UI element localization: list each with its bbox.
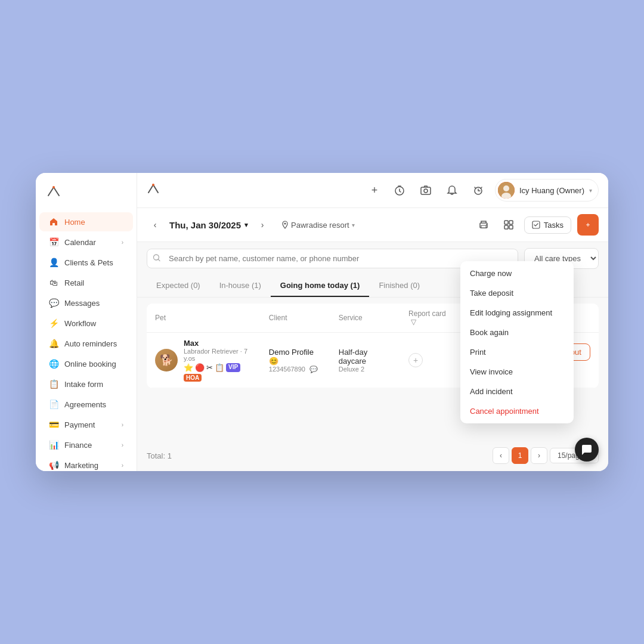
- client-phone: 1234567890 💬: [269, 366, 322, 373]
- sidebar-item-intake-form[interactable]: 📋 Intake form: [39, 374, 133, 394]
- menu-item-book-again[interactable]: Book again: [460, 323, 574, 342]
- menu-item-charge-now[interactable]: Charge now: [460, 264, 574, 283]
- chevron-down-icon: ›: [122, 239, 123, 246]
- service-name: Half-day daycare: [339, 348, 392, 366]
- date-chevron-icon: ▾: [244, 221, 248, 229]
- sidebar-item-agreements-label: Agreements: [64, 400, 106, 409]
- messages-icon: 💬: [49, 298, 58, 308]
- booking-icon: 🌐: [49, 359, 58, 369]
- sidebar-item-clients-label: Clients & Pets: [64, 258, 113, 267]
- chat-bubble[interactable]: [575, 438, 599, 462]
- col-client: Client: [261, 304, 330, 333]
- top-nav: +: [137, 173, 608, 208]
- pet-icon-note: 📋: [215, 363, 224, 372]
- grid-view-button[interactable]: [499, 215, 518, 234]
- user-badge[interactable]: Icy Huang (Owner) ▾: [495, 179, 599, 202]
- menu-item-add-incident[interactable]: Add incident: [460, 382, 574, 401]
- svg-rect-15: [504, 225, 508, 229]
- prev-date-button[interactable]: ‹: [147, 216, 163, 233]
- pet-icon-alert: 🔴: [195, 363, 205, 372]
- menu-item-edit-lodging[interactable]: Edit lodging assignment: [460, 303, 574, 323]
- alarm-button[interactable]: [469, 181, 488, 200]
- sidebar-item-intake-label: Intake form: [64, 380, 103, 389]
- date-bar: ‹ Thu, Jan 30/2025 ▾ › Pawradise resort …: [137, 208, 608, 242]
- menu-item-take-deposit[interactable]: Take deposit: [460, 283, 574, 303]
- report-card-filter-icon[interactable]: ▽: [411, 318, 416, 326]
- user-avatar: [498, 182, 515, 199]
- add-report-card-button[interactable]: +: [408, 353, 423, 367]
- sidebar-item-messages[interactable]: 💬 Messages: [39, 293, 133, 312]
- sidebar-item-retail-label: Retail: [64, 278, 84, 287]
- sidebar-item-calendar[interactable]: 📅 Calendar ›: [39, 233, 133, 252]
- pet-name: Max: [184, 339, 252, 348]
- pet-icons: ⭐ 🔴 ✂ 📋 VIP HOA: [184, 363, 252, 382]
- sidebar-item-payment-label: Payment: [64, 420, 95, 429]
- user-chevron-icon: ▾: [589, 187, 592, 194]
- tab-in-house[interactable]: In-house (1): [210, 275, 271, 297]
- add-button[interactable]: +: [366, 182, 383, 199]
- print-button[interactable]: [474, 215, 493, 234]
- menu-item-view-invoice[interactable]: View invoice: [460, 362, 574, 382]
- location-chevron-icon: ▾: [352, 222, 355, 228]
- next-page-button[interactable]: ›: [531, 447, 547, 464]
- svg-point-12: [486, 224, 487, 225]
- col-service: Service: [330, 304, 400, 333]
- sidebar-item-calendar-label: Calendar: [64, 238, 96, 247]
- sidebar-item-clients-pets[interactable]: 👤 Clients & Pets: [39, 253, 133, 272]
- svg-rect-13: [504, 221, 508, 224]
- pet-icon-scissors: ✂: [206, 363, 213, 372]
- calendar-icon: 📅: [49, 237, 58, 247]
- orange-action-button[interactable]: [577, 214, 599, 236]
- search-icon: [153, 253, 161, 264]
- reminders-icon: 🔔: [49, 339, 58, 348]
- sidebar-item-marketing[interactable]: 📢 Marketing ›: [39, 456, 133, 471]
- service-sub: Deluxe 2: [339, 366, 392, 373]
- svg-point-4: [424, 189, 428, 193]
- sidebar-item-retail[interactable]: 🛍 Retail: [39, 273, 133, 292]
- sidebar-item-online-booking[interactable]: 🌐 Online booking: [39, 354, 133, 373]
- sidebar-item-booking-label: Online booking: [64, 360, 116, 369]
- pet-breed: Labrador Retriever · 7 y.os: [184, 348, 252, 362]
- sidebar-item-finance[interactable]: 📊 Finance ›: [39, 435, 133, 454]
- home-icon: [49, 217, 58, 227]
- date-label[interactable]: Thu, Jan 30/2025 ▾: [169, 220, 248, 230]
- tasks-button[interactable]: Tasks: [524, 216, 571, 234]
- tab-going-home[interactable]: Going home today (1): [271, 275, 370, 297]
- sidebar-logo: [36, 180, 137, 212]
- tab-finished[interactable]: Finished (0): [369, 275, 429, 297]
- notification-button[interactable]: [442, 181, 462, 200]
- service-cell: Half-day daycare Deluxe 2: [330, 333, 400, 388]
- tag-purple: VIP: [226, 363, 240, 372]
- menu-item-cancel-appointment[interactable]: Cancel appointment: [460, 401, 574, 421]
- sidebar-item-workflow-label: Workflow: [64, 319, 96, 328]
- svg-point-1: [152, 184, 154, 186]
- finance-icon: 📊: [49, 440, 58, 450]
- sidebar-item-agreements[interactable]: 📄 Agreements: [39, 395, 133, 414]
- report-card-cell: +: [400, 333, 460, 388]
- clients-icon: 👤: [49, 258, 58, 267]
- svg-point-7: [503, 185, 509, 191]
- payment-icon: 💳: [49, 420, 58, 429]
- svg-point-9: [284, 223, 286, 225]
- sidebar-item-home[interactable]: Home: [39, 212, 133, 231]
- user-name: Icy Huang (Owner): [519, 186, 584, 195]
- page-1-button[interactable]: 1: [512, 447, 528, 464]
- sidebar-item-home-label: Home: [64, 218, 85, 227]
- menu-item-print[interactable]: Print: [460, 342, 574, 362]
- camera-button[interactable]: [416, 181, 435, 200]
- sidebar-item-messages-label: Messages: [64, 299, 100, 308]
- finance-chevron-icon: ›: [122, 442, 123, 448]
- location-badge[interactable]: Pawradise resort ▾: [277, 218, 360, 232]
- svg-rect-11: [481, 225, 486, 228]
- timer-button[interactable]: [390, 181, 409, 200]
- next-date-button[interactable]: ›: [254, 216, 271, 233]
- tab-expected[interactable]: Expected (0): [147, 275, 210, 297]
- sidebar: Home 📅 Calendar › 👤 Clients & Pets 🛍 Ret…: [36, 173, 137, 471]
- sidebar-item-payment[interactable]: 💳 Payment ›: [39, 415, 133, 434]
- app-window: Home 📅 Calendar › 👤 Clients & Pets 🛍 Ret…: [36, 173, 608, 471]
- sidebar-item-auto-reminders[interactable]: 🔔 Auto reminders: [39, 334, 133, 353]
- sidebar-item-workflow[interactable]: ⚡ Workflow: [39, 314, 133, 333]
- prev-page-button[interactable]: ‹: [493, 447, 509, 464]
- sidebar-item-marketing-label: Marketing: [64, 461, 98, 470]
- marketing-chevron-icon: ›: [122, 462, 123, 469]
